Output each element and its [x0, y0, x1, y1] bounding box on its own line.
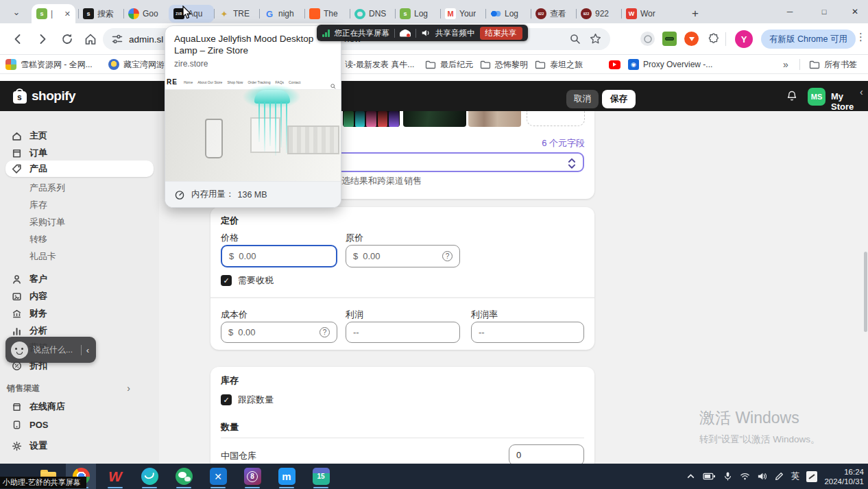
track-quantity-row[interactable]: ✓ 跟踪数量: [221, 394, 274, 406]
media-thumbnail-strip[interactable]: [343, 111, 400, 127]
assistant-widget[interactable]: 说点什么... ‹: [5, 337, 96, 363]
taskbar-wechat[interactable]: [169, 464, 199, 489]
sidebar-item-content[interactable]: 内容: [5, 288, 154, 305]
help-icon[interactable]: ?: [320, 327, 330, 337]
language-indicator[interactable]: 英: [791, 470, 800, 482]
bookmark-du[interactable]: 读-最新发表 真牛...: [345, 58, 414, 71]
download-extension-icon[interactable]: [684, 32, 699, 46]
bookmark-xuegao[interactable]: 雪糕资源网 - 全网...: [5, 58, 93, 71]
notifications-bell-icon[interactable]: [786, 90, 798, 102]
profile-avatar[interactable]: Y: [735, 30, 753, 48]
volume-icon[interactable]: [757, 471, 767, 481]
quantity-input[interactable]: 0: [509, 444, 584, 466]
tab-wor[interactable]: W Wor: [621, 5, 666, 23]
extension-icon[interactable]: [640, 32, 655, 46]
sidebar-item-finance[interactable]: 财务: [5, 305, 154, 322]
compare-at-input[interactable]: $ 0.00 ?: [346, 245, 460, 267]
page-scrollbar-thumb[interactable]: [864, 252, 867, 332]
tab-the[interactable]: The: [304, 5, 350, 23]
tab-sousuo[interactable]: s 搜索: [78, 5, 123, 23]
search-icon[interactable]: [569, 33, 581, 45]
save-button[interactable]: 保存: [602, 90, 636, 108]
price-input[interactable]: $ 0.00: [221, 245, 337, 267]
chevron-right-icon[interactable]: ›: [127, 383, 130, 394]
sales-channels-header[interactable]: 销售渠道 ›: [7, 381, 152, 395]
charge-tax-row[interactable]: ✓ 需要收税: [221, 274, 274, 287]
back-icon[interactable]: [11, 32, 25, 46]
extensions-puzzle-icon[interactable]: [706, 32, 721, 46]
tab-dns[interactable]: DNS: [350, 5, 395, 23]
window-minimize-button[interactable]: ─: [775, 0, 805, 23]
tab-nigh[interactable]: G nigh: [259, 5, 304, 23]
sidebar-item-gift-cards[interactable]: 礼品卡: [5, 248, 154, 265]
add-media-dropzone[interactable]: [527, 111, 585, 126]
taskbar-teal-app[interactable]: [134, 464, 165, 489]
media-thumbnail[interactable]: [403, 111, 466, 127]
sidebar-item-orders[interactable]: 订单: [5, 145, 154, 161]
site-settings-icon[interactable]: [111, 33, 123, 45]
microphone-icon[interactable]: [723, 471, 733, 481]
checkbox-checked-icon[interactable]: ✓: [221, 394, 232, 405]
taskbar-badge15-app[interactable]: 15: [306, 464, 336, 489]
bookmarks-overflow-icon[interactable]: »: [783, 58, 788, 71]
forward-icon[interactable]: [36, 32, 49, 46]
reload-icon[interactable]: [60, 32, 74, 46]
pen-icon[interactable]: [774, 471, 784, 481]
bookmark-proxy[interactable]: ◉ Proxy Overview -...: [628, 58, 712, 71]
browser-menu-icon[interactable]: ⋮: [856, 31, 866, 43]
store-avatar[interactable]: MS: [808, 88, 825, 106]
tab-your[interactable]: M Your: [440, 5, 485, 23]
profit-input[interactable]: --: [346, 322, 460, 343]
tab-log-2[interactable]: Log: [485, 5, 531, 23]
chrome-update-chip[interactable]: 有新版 Chrome 可用: [761, 29, 856, 49]
wifi-icon[interactable]: [740, 471, 750, 481]
taskbar-x-app[interactable]: ✕: [203, 464, 233, 489]
sidebar-item-inventory[interactable]: 库存: [5, 197, 154, 213]
header-collapse-icon[interactable]: ‹: [860, 86, 863, 97]
sidebar-item-online-store[interactable]: 在线商店: [5, 398, 154, 415]
cancel-button[interactable]: 取消: [566, 90, 599, 108]
bookmark-star-icon[interactable]: [589, 32, 602, 45]
bookmark-youtube[interactable]: [609, 58, 620, 71]
new-tab-button[interactable]: +: [687, 5, 703, 22]
cost-input[interactable]: $ 0.00 ?: [221, 322, 337, 343]
checkbox-checked-icon[interactable]: ✓: [221, 275, 232, 286]
sticky-note-icon[interactable]: [806, 471, 817, 482]
tray-chevron-icon[interactable]: [686, 471, 696, 481]
taskbar-badge8-app[interactable]: 8: [237, 464, 267, 489]
tab-goo[interactable]: Goo: [123, 5, 169, 23]
sidebar-item-home[interactable]: 主页: [5, 128, 154, 144]
taskbar-wps[interactable]: W: [100, 464, 130, 489]
tab-922[interactable]: 922 922: [576, 5, 621, 23]
sidebar-item-customers[interactable]: 客户: [5, 271, 154, 287]
sidebar-item-settings[interactable]: 设置: [5, 438, 154, 454]
margin-input[interactable]: --: [471, 322, 584, 343]
all-bookmarks[interactable]: 所有书签: [809, 58, 857, 71]
home-icon[interactable]: [84, 32, 97, 46]
sidebar-item-pos[interactable]: POS: [5, 416, 154, 433]
tab-tre[interactable]: ✦ TRE: [214, 5, 259, 23]
sidebar-item-transfers[interactable]: 转移: [5, 231, 154, 248]
shopify-logo[interactable]: s shopify: [12, 88, 75, 104]
assistant-collapse-icon[interactable]: ‹: [86, 345, 91, 355]
taskbar-clock[interactable]: 16:24 2024/10/31: [824, 467, 864, 486]
media-thumbnail[interactable]: [468, 111, 521, 127]
help-icon[interactable]: ?: [442, 251, 453, 261]
sidebar-item-collections[interactable]: 产品系列: [5, 180, 154, 196]
bookmark-folder-taitan[interactable]: 泰坦之旅: [535, 58, 583, 71]
window-close-button[interactable]: ✕: [842, 0, 868, 23]
tab-chakan[interactable]: 922 查看: [531, 5, 576, 23]
window-maximize-button[interactable]: □: [809, 0, 839, 23]
metafields-link[interactable]: 6 个元字段: [542, 137, 585, 150]
stop-sharing-button[interactable]: 结束共享: [480, 27, 522, 40]
bookmark-folder-zuihou[interactable]: 最后纪元: [425, 58, 473, 71]
tab-log-1[interactable]: s Log: [395, 5, 440, 23]
assistant-input[interactable]: 说点什么...: [33, 344, 73, 356]
adguard-extension-icon[interactable]: [662, 32, 677, 46]
bookmark-cangbaowan[interactable]: 藏宝湾网游: [108, 58, 165, 71]
tab-search-button[interactable]: ⌄: [8, 5, 25, 19]
tab-close-icon[interactable]: ✕: [64, 10, 71, 19]
battery-icon[interactable]: [703, 471, 716, 481]
bookmark-folder-kongbu[interactable]: 恐怖黎明: [480, 58, 528, 71]
sidebar-item-purchase-orders[interactable]: 采购订单: [5, 214, 154, 230]
